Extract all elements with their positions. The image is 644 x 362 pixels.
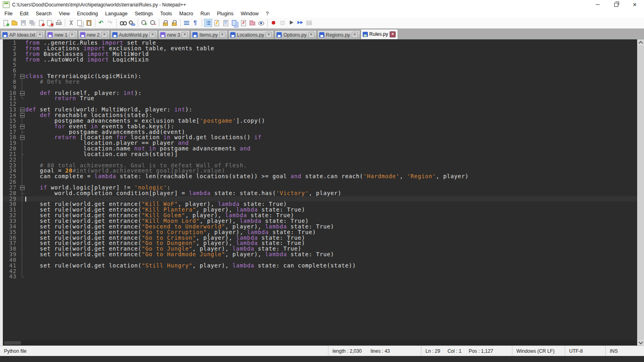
line-number[interactable]: 6 <box>3 68 19 74</box>
code-text[interactable] <box>25 101 637 107</box>
code-line[interactable]: 1from ..generic.Rules import set_rule <box>3 40 637 46</box>
close-window-button[interactable]: × <box>625 0 644 9</box>
horizontal-scrollbar-thumb[interactable] <box>4 341 21 345</box>
code-text[interactable]: # 88 total achievements. Goal is to defe… <box>25 163 637 169</box>
code-text[interactable] <box>25 274 637 280</box>
scroll-up-arrow[interactable] <box>637 39 644 45</box>
code-line[interactable]: 34 set_rule(world.get_entrance("Descend … <box>3 224 637 230</box>
code-line[interactable]: 14 def reachable_locations(state): <box>3 113 637 118</box>
code-text[interactable]: set_rule(world.get_entrance("Go to Crims… <box>25 235 637 241</box>
menu-item-edit[interactable]: Edit <box>16 10 32 17</box>
code-line[interactable]: 23 # 88 total achievements. Goal is to d… <box>3 163 637 169</box>
fold-marker-icon[interactable] <box>19 185 25 191</box>
code-text[interactable]: set_rule(world.get_entrance("Kill Plante… <box>25 207 637 213</box>
code-line[interactable]: 5 <box>3 62 637 68</box>
code-line[interactable]: 13def set_rules(world: MultiWorld, playe… <box>3 107 637 113</box>
code-line[interactable]: 30 set_rule(world.get_entrance("Kill WoF… <box>3 202 637 207</box>
playback-macro-icon[interactable] <box>287 19 295 27</box>
code-line[interactable]: 38 set_rule(world.get_entrance("Go to Ju… <box>3 246 637 252</box>
show-all-characters-icon[interactable] <box>192 19 200 27</box>
code-text[interactable]: from BaseClasses import MultiWorld <box>25 51 637 57</box>
code-text[interactable] <box>25 85 637 90</box>
code-line[interactable]: 35 set_rule(world.get_entrance("Go to Co… <box>3 230 637 235</box>
tab-regions-py[interactable]: Regions.py× <box>317 30 360 39</box>
fold-marker-icon[interactable] <box>19 135 25 140</box>
save-all-icon[interactable] <box>28 19 36 27</box>
new-file-icon[interactable] <box>2 19 10 27</box>
document-map-icon[interactable] <box>222 19 230 27</box>
code-text[interactable] <box>25 196 637 202</box>
code-text[interactable]: set_rule(world.get_entrance("Go to Jungl… <box>25 246 637 252</box>
record-macro-icon[interactable] <box>270 19 278 27</box>
vertical-scrollbar-track[interactable] <box>637 45 644 339</box>
code-area[interactable]: 1from ..generic.Rules import set_rule2fr… <box>3 40 637 340</box>
replace-icon[interactable] <box>128 19 136 27</box>
line-number[interactable]: 4 <box>3 57 19 63</box>
tab-close-icon[interactable]: × <box>266 32 272 38</box>
zoom-in-icon[interactable] <box>140 19 148 27</box>
line-number[interactable]: 3 <box>3 51 19 57</box>
code-line[interactable]: 27 if world.logic[player] != 'nologic': <box>3 185 637 191</box>
code-line[interactable]: 20 location.name not in postgame_advance… <box>3 146 637 152</box>
tab-options-py[interactable]: Options.py× <box>275 30 316 39</box>
tab-autoworld-py[interactable]: AutoWorld.py× <box>110 30 158 39</box>
code-line[interactable]: 7class TerrariaLogic(LogicMixin): <box>3 74 637 79</box>
tab-ap-ideas-txt[interactable]: AP Ideas.txt× <box>0 30 45 39</box>
code-line[interactable]: 32 set_rule(world.get_entrance("Kill Gol… <box>3 213 637 218</box>
code-line[interactable]: 12 <box>3 101 637 107</box>
code-line[interactable]: 26 <box>3 179 637 185</box>
fold-marker-icon[interactable] <box>19 124 25 130</box>
code-text[interactable] <box>25 179 637 185</box>
code-line[interactable]: 24 goal = 20#int(world.achievement_goal[… <box>3 168 637 174</box>
code-line[interactable]: 28 world.completion_condition[player] = … <box>3 191 637 196</box>
code-text[interactable] <box>25 269 637 274</box>
menu-item-search[interactable]: Search <box>32 10 56 17</box>
tab-close-icon[interactable]: × <box>308 32 314 38</box>
code-text[interactable] <box>25 68 637 74</box>
zoom-out-icon[interactable] <box>149 19 157 27</box>
code-line[interactable]: 15 postgame_advancements = exclusion_tab… <box>3 118 637 124</box>
menu-item-settings[interactable]: Settings <box>131 10 157 17</box>
code-line[interactable]: 9 <box>3 85 637 90</box>
code-line[interactable]: 19 location.player == player and <box>3 140 637 146</box>
tab-items-py[interactable]: Items.py× <box>190 30 227 39</box>
code-text[interactable]: set_rule(world.get_entrance("Descend to … <box>25 224 637 230</box>
code-line[interactable]: 42 <box>3 269 637 274</box>
paste-icon[interactable] <box>85 19 93 27</box>
menu-item-window[interactable]: Window <box>237 10 262 17</box>
tab-close-icon[interactable]: × <box>390 31 396 37</box>
menu-item-help[interactable]: ? <box>262 10 272 17</box>
user-defined-language-icon[interactable] <box>239 19 248 27</box>
code-line[interactable]: 2from .Locations import exclusion_table,… <box>3 46 637 51</box>
tab-rules-py[interactable]: Rules.py× <box>361 29 398 39</box>
code-text[interactable] <box>25 257 637 263</box>
fold-marker-icon[interactable] <box>19 74 25 79</box>
show-indent-guide-icon[interactable] <box>204 19 212 27</box>
code-line[interactable]: 3from BaseClasses import MultiWorld <box>3 51 637 57</box>
save-icon[interactable] <box>19 19 27 27</box>
monitoring-icon[interactable] <box>257 19 265 27</box>
close-icon[interactable] <box>37 19 45 27</box>
tab-close-icon[interactable]: × <box>219 32 225 38</box>
menu-item-plugins[interactable]: Plugins <box>213 10 237 17</box>
fold-marker-icon[interactable] <box>19 90 25 96</box>
code-text[interactable]: can_complete = lambda state: len(reachab… <box>25 174 637 179</box>
code-text[interactable]: def reachable_locations(state): <box>25 113 637 118</box>
code-text[interactable]: set_rule(world.get_location("Still Hungr… <box>25 263 637 269</box>
code-line[interactable]: 6 <box>3 68 637 74</box>
code-text[interactable]: set_rule(world.get_entrance("Go to Hardm… <box>25 252 637 257</box>
code-text[interactable]: def rule(self, player: int): <box>25 90 637 96</box>
code-text[interactable]: goal = 20#int(world.achievement_goal[pla… <box>25 168 637 174</box>
line-number[interactable]: 2 <box>3 46 19 51</box>
tab-close-icon[interactable]: × <box>69 32 75 38</box>
find-icon[interactable] <box>119 19 127 27</box>
code-line[interactable]: 21 location.can_reach(state)] <box>3 152 637 157</box>
redo-icon[interactable] <box>106 19 114 27</box>
code-line[interactable]: 40 <box>3 257 637 263</box>
menu-item-tools[interactable]: Tools <box>157 10 175 17</box>
code-text[interactable]: set_rule(world.get_entrance("Kill Golem"… <box>25 213 637 218</box>
tab-close-icon[interactable]: × <box>149 32 155 38</box>
code-line[interactable]: 37 set_rule(world.get_entrance("Go to Du… <box>3 241 637 246</box>
code-line[interactable]: 31 set_rule(world.get_entrance("Kill Pla… <box>3 207 637 213</box>
code-text[interactable]: set_rule(world.get_entrance("Kill WoF", … <box>25 202 637 207</box>
